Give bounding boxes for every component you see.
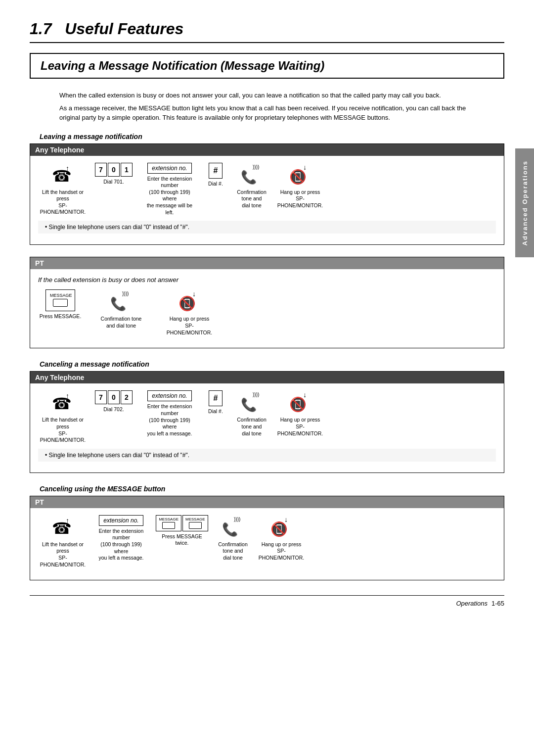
footer-italic: Operations (456, 600, 488, 607)
step-hangup-label-leaving: Hang up or press SP-PHONE/MONITOR. (275, 189, 325, 209)
box-content-any-telephone-leaving: ☎ ↑ Lift the handset or press SP-PHONE/M… (30, 156, 504, 245)
step-hash-cancel: # Dial #. (203, 390, 228, 415)
step-hangup-label-msg-cancel: Hang up or press SP-PHONE/MONITOR. (257, 541, 306, 562)
page-footer: Operations 1-65 (30, 595, 504, 607)
section-title: 1.7 Useful Features (30, 20, 504, 43)
step-hangup-msg-cancel: 📵 ↓ Hang up or press SP-PHONE/MONITOR. (257, 515, 306, 562)
step-row-pt-leaving: MESSAGE Press MESSAGE. 📞 )))) Confirmati… (38, 289, 496, 336)
svg-text:📞: 📞 (241, 169, 257, 185)
step-hangup-cancel: 📵 ↓ Hang up or press SP-PHONE/MONITOR. (275, 390, 325, 437)
step-ext-leaving: extension no. Enter the extension number… (140, 163, 199, 216)
step-ext-label-msg-cancel: Enter the extension number (100 through … (96, 528, 146, 562)
svg-text:📞: 📞 (110, 296, 127, 311)
page-title: Leaving a Message Notification (Message … (41, 59, 493, 73)
box-header-pt-leaving: PT (30, 257, 504, 269)
svg-text:)))): )))) (253, 164, 259, 170)
svg-text:)))): )))) (253, 392, 259, 397)
step-row-pt-msg-cancel: ☎ ↑ Lift the handset or press SP-PHONE/M… (38, 515, 496, 568)
step-lift: ☎ ↑ Lift the handset or press SP-PHONE/M… (38, 163, 88, 216)
digit-1: 1 (121, 163, 133, 177)
svg-text:↓: ↓ (284, 516, 288, 523)
msg-btn-1: MESSAGE (156, 515, 181, 531)
step-hash-leaving: # Dial #. (203, 163, 228, 188)
ext-box-cancel: extension no. (147, 390, 191, 401)
step-msg-label: Press MESSAGE. (40, 313, 82, 320)
step-two-msg: MESSAGE MESSAGE Press MESSAGE twice. (155, 515, 209, 547)
box-header-any-cancel: Any Telephone (30, 372, 504, 383)
step-conf-label-msg-cancel: Confirmation tone and dial tone (218, 541, 248, 562)
box-header-pt-msg-cancel: PT (30, 496, 504, 508)
box-pt-msg-cancel: PT ☎ ↑ Lift the handset or press SP-PHON… (30, 496, 504, 581)
step-dial701-label: Dial 701. (103, 179, 124, 186)
hangup-icon-leaving: 📵 ↓ (288, 163, 312, 187)
step-dial702: 7 0 2 Dial 702. (91, 390, 136, 413)
svg-text:📞: 📞 (222, 521, 238, 537)
digit-0-2: 0 (108, 390, 120, 404)
msg-btn-2: MESSAGE (182, 515, 208, 531)
sidebar-label: Advanced Operations (521, 160, 529, 245)
step-conf-pt-label: Confirmation tone and dial tone (96, 316, 146, 329)
two-msg-buttons: MESSAGE MESSAGE (156, 515, 208, 531)
step-conf-pt-leaving: 📞 )))) Confirmation tone and dial tone (87, 289, 156, 329)
box-any-telephone-cancel: Any Telephone ☎ ↑ Lift the handset or pr… (30, 371, 504, 473)
step-dial702-label: Dial 702. (103, 406, 124, 413)
sidebar: Advanced Operations (515, 148, 534, 257)
svg-text:↑: ↑ (66, 392, 69, 400)
digit-7: 7 (95, 163, 107, 177)
step-hangup-leaving: 📵 ↓ Hang up or press SP-PHONE/MONITOR. (275, 163, 325, 209)
svg-text:↓: ↓ (303, 163, 307, 171)
step-ext-cancel: extension no. Enter the extension number… (140, 390, 199, 437)
box-content-any-cancel: ☎ ↑ Lift the handset or press SP-PHONE/M… (30, 383, 504, 472)
step-conf-label-leaving: Confirmation tone and dial tone (237, 189, 267, 209)
hangup-icon-cancel: 📵 ↓ (288, 390, 312, 415)
footer-page-num: 1-65 (491, 600, 504, 607)
ext-box-msg-cancel: extension no. (99, 515, 143, 526)
conf-phone-icon-msg-cancel: 📞 )))) (220, 515, 246, 539)
step-hangup-pt-label: Hang up or press SP-PHONE/MONITOR. (165, 316, 214, 336)
svg-text:↑: ↑ (66, 164, 69, 172)
box-any-telephone-leaving: Any Telephone ☎ ↑ Lift the handset or pr… (30, 143, 504, 245)
step-conf-msg-cancel: 📞 )))) Confirmation tone and dial tone (213, 515, 253, 562)
step-lift-label-cancel: Lift the handset or press SP-PHONE/MONIT… (38, 417, 88, 444)
step-conf-cancel: 📞 )))) Confirmation tone and dial tone (232, 390, 271, 437)
subsection-heading-msg-btn: Canceling using the MESSAGE button (40, 485, 504, 493)
note-cancel: • Single line telephone users can dial "… (38, 449, 496, 462)
step-dial701: 7 0 1 Dial 701. (91, 163, 136, 186)
subsection-heading-leaving: Leaving a message notification (40, 133, 504, 141)
box-content-pt-leaving: If the called extension is busy or does … (30, 269, 504, 348)
step-lift-msg-cancel: ☎ ↑ Lift the handset or press SP-PHONE/M… (38, 515, 88, 568)
digit-group-701: 7 0 1 (94, 163, 133, 177)
handset-icon-cancel: ☎ ↑ (51, 390, 75, 415)
note-leaving: • Single line telephone users can dial "… (38, 221, 496, 234)
step-two-msg-label: Press MESSAGE twice. (162, 533, 202, 547)
subsection-heading-canceling: Canceling a message notification (40, 360, 504, 368)
page-title-box: Leaving a Message Notification (Message … (30, 53, 504, 79)
digit-2: 2 (121, 390, 133, 404)
svg-text:↑: ↑ (66, 517, 69, 524)
step-lift-cancel: ☎ ↑ Lift the handset or press SP-PHONE/M… (38, 390, 88, 444)
hangup-icon-msg-cancel: 📵 ↓ (269, 515, 293, 539)
digit-group-702: 7 0 2 (94, 390, 133, 404)
step-row-leaving-any: ☎ ↑ Lift the handset or press SP-PHONE/M… (38, 163, 496, 216)
step-conf-leaving: 📞 )))) Confirmation tone and dial tone (232, 163, 271, 209)
conf-phone-icon-leaving: 📞 )))) (239, 163, 265, 187)
hash-symbol-leaving: # (209, 163, 222, 179)
svg-text:↓: ↓ (303, 391, 307, 399)
svg-text:)))): )))) (122, 291, 129, 296)
step-hash-label-cancel: Dial #. (208, 408, 223, 415)
step-row-cancel-any: ☎ ↑ Lift the handset or press SP-PHONE/M… (38, 390, 496, 444)
step-ext-msg-cancel: extension no. Enter the extension number… (91, 515, 151, 562)
ext-box-leaving: extension no. (147, 163, 191, 174)
step-msg-press: MESSAGE Press MESSAGE. (38, 289, 83, 320)
step-lift-label: Lift the handset or press SP-PHONE/MONIT… (38, 189, 88, 216)
step-ext-label-leaving: Enter the extension number (100 through … (145, 176, 194, 216)
pt-italic-text: If the called extension is busy or does … (38, 276, 496, 284)
step-hash-label-leaving: Dial #. (208, 181, 223, 188)
svg-text:↓: ↓ (192, 290, 196, 298)
svg-text:)))): )))) (234, 517, 240, 522)
hash-symbol-cancel: # (209, 390, 222, 406)
step-conf-label-cancel: Confirmation tone and dial tone (237, 417, 267, 437)
box-pt-leaving: PT If the called extension is busy or do… (30, 257, 504, 348)
digit-7-2: 7 (95, 390, 107, 404)
step-lift-label-msg-cancel: Lift the handset or press SP-PHONE/MONIT… (38, 541, 88, 568)
